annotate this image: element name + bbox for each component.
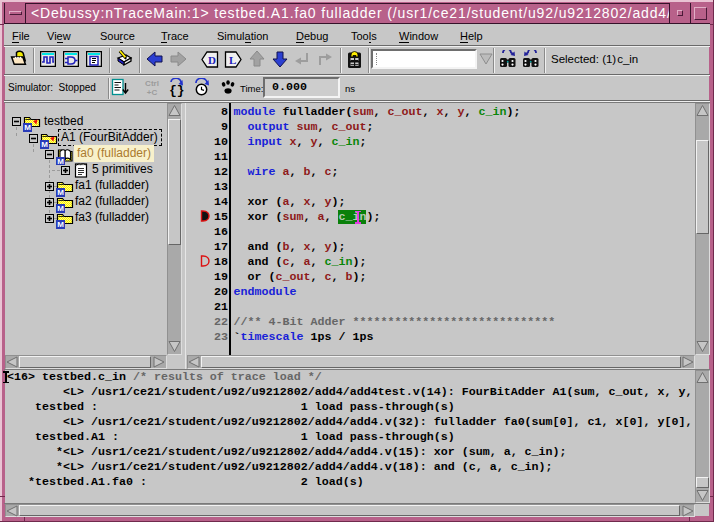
svg-text:D: D xyxy=(208,54,216,66)
svg-text:L: L xyxy=(229,54,236,66)
svg-text:M: M xyxy=(57,157,64,165)
